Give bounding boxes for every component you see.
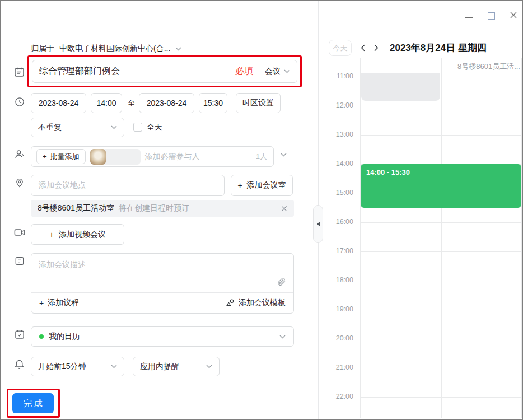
grid-hour-line: [360, 135, 521, 136]
participants-count: 1人: [256, 152, 267, 162]
collapse-panel-handle[interactable]: [313, 205, 323, 243]
reminder-time-select[interactable]: 开始前15分钟: [31, 357, 124, 376]
event-title-field[interactable]: 综合管理部部门例会 必填 会议: [32, 60, 297, 83]
end-time-input[interactable]: 15:30: [199, 93, 227, 113]
repeat-value: 不重复: [38, 123, 62, 133]
time-label: 11:00: [323, 72, 353, 80]
owner-prefix-label: 归属于: [31, 44, 54, 54]
plus-icon: +: [39, 298, 44, 307]
description-footer: + 添加议程 添加会议模板: [31, 292, 293, 313]
calendar-owner-select[interactable]: 归属于 中欧电子材料国际创新中心(合...: [31, 43, 181, 55]
add-room-button[interactable]: + 添加会议室: [231, 175, 293, 196]
plus-icon: +: [237, 181, 242, 190]
grid-hour-line: [360, 310, 521, 310]
to-label: 至: [128, 99, 136, 109]
timezone-button[interactable]: 时区设置: [236, 93, 281, 113]
room-tag-note: 将在创建日程时预订: [119, 203, 281, 213]
repeat-select[interactable]: 不重复: [31, 118, 124, 137]
add-agenda-label: 添加议程: [48, 298, 79, 308]
next-day-chevron-icon[interactable]: [372, 44, 380, 52]
grid-hour-line: [360, 339, 521, 339]
reminder-time-value: 开始前15分钟: [38, 362, 86, 372]
event-time-label: 14:00 - 15:30: [366, 168, 516, 176]
batch-add-button[interactable]: + 批量添加: [36, 149, 86, 164]
start-date-input[interactable]: 2023-08-24: [31, 93, 86, 113]
chevron-down-icon: [279, 335, 286, 339]
description-doc-icon: [14, 255, 25, 267]
submit-button[interactable]: 完成: [12, 393, 54, 413]
room-tag-name: 8号楼8601员工活动室: [38, 203, 114, 213]
location-input[interactable]: 添加会议地点: [31, 175, 225, 196]
footer-divider: [0, 386, 318, 386]
location-placeholder: 添加会议地点: [39, 180, 86, 190]
calendar-select[interactable]: 我的日历: [31, 326, 294, 347]
clock-icon: [14, 96, 25, 108]
time-label: 15:00: [323, 189, 353, 197]
room-column-header: 8号楼8601员工活...: [457, 62, 520, 72]
calendar-color-dot: [39, 334, 44, 339]
timezone-label: 时区设置: [242, 98, 274, 108]
time-label: 19:00: [323, 305, 353, 313]
time-label: 20:00: [323, 334, 353, 342]
paperclip-icon[interactable]: [277, 277, 286, 286]
close-button[interactable]: [508, 10, 519, 20]
participant-avatar: [90, 149, 106, 165]
grid-hour-line: [360, 368, 521, 368]
description-card: 添加会议描述 + 添加议程 添加会议模板: [31, 253, 294, 314]
chevron-down-icon: [111, 125, 117, 129]
person-icon: [13, 148, 25, 160]
divider: [259, 67, 259, 77]
window-controls: [464, 10, 519, 20]
grid-vline: [441, 58, 442, 418]
bell-icon: [13, 358, 25, 370]
calendar-icon: [14, 329, 25, 340]
end-date-input[interactable]: 2023-08-24: [139, 93, 194, 113]
remove-room-icon[interactable]: [281, 206, 287, 212]
description-textarea[interactable]: 添加会议描述: [39, 260, 86, 270]
owner-value: 中欧电子材料国际创新中心(合...: [59, 44, 170, 54]
all-day-checkbox[interactable]: [133, 123, 142, 132]
time-label: 17:00: [323, 247, 353, 255]
time-label: 14:00: [323, 160, 353, 167]
minimize-button[interactable]: [464, 10, 474, 20]
time-label: 12:00: [323, 101, 353, 109]
participants-expand-chevron-icon[interactable]: [281, 153, 287, 157]
minimize-icon: [465, 17, 473, 18]
batch-add-label: 批量添加: [50, 152, 80, 162]
add-template-label: 添加会议模板: [239, 298, 286, 308]
grid-hour-line: [360, 106, 521, 106]
add-agenda-button[interactable]: + 添加议程: [39, 298, 79, 308]
end-time-value: 15:30: [203, 99, 223, 108]
time-label: 18:00: [323, 276, 353, 284]
chevron-down-icon: [111, 365, 117, 368]
prev-day-chevron-icon[interactable]: [359, 44, 367, 52]
chevron-down-icon: [284, 69, 290, 73]
event-type-select[interactable]: 会议: [265, 67, 290, 77]
add-video-meeting-button[interactable]: + 添加视频会议: [31, 224, 124, 245]
maximize-button[interactable]: [486, 10, 496, 20]
time-label: 21:00: [323, 363, 353, 371]
time-label: 22:00: [323, 393, 353, 400]
plus-icon: +: [43, 152, 47, 161]
event-block[interactable]: 14:00 - 15:30: [361, 164, 521, 208]
today-button[interactable]: 今天: [329, 40, 352, 56]
collapse-arrow-icon: [317, 222, 320, 226]
location-pin-icon: [14, 177, 25, 188]
participants-placeholder: 添加必需参与人: [145, 152, 251, 162]
required-badge: 必填: [235, 66, 253, 77]
grid-vline: [521, 58, 522, 418]
event-title-value: 综合管理部部门例会: [39, 66, 230, 77]
close-icon: [509, 11, 518, 20]
reminder-method-select[interactable]: 应用内提醒: [133, 357, 220, 376]
participant-chip[interactable]: [90, 149, 141, 165]
add-template-button[interactable]: 添加会议模板: [226, 298, 286, 308]
add-room-label: 添加会议室: [247, 180, 286, 190]
start-time-input[interactable]: 14:00: [91, 93, 122, 113]
participants-field[interactable]: + 批量添加 添加必需参与人 1人: [31, 146, 274, 167]
reminder-method-value: 应用内提醒: [140, 362, 179, 372]
grid-hour-line: [360, 397, 521, 398]
grid-hour-line: [360, 251, 521, 252]
schedule-date-title: 2023年8月24日 星期四: [390, 41, 487, 54]
grid-hour-line: [360, 281, 521, 281]
event-form-panel: 归属于 中欧电子材料国际创新中心(合... 综合管理部部门例会 必填 会议 20…: [0, 0, 318, 420]
